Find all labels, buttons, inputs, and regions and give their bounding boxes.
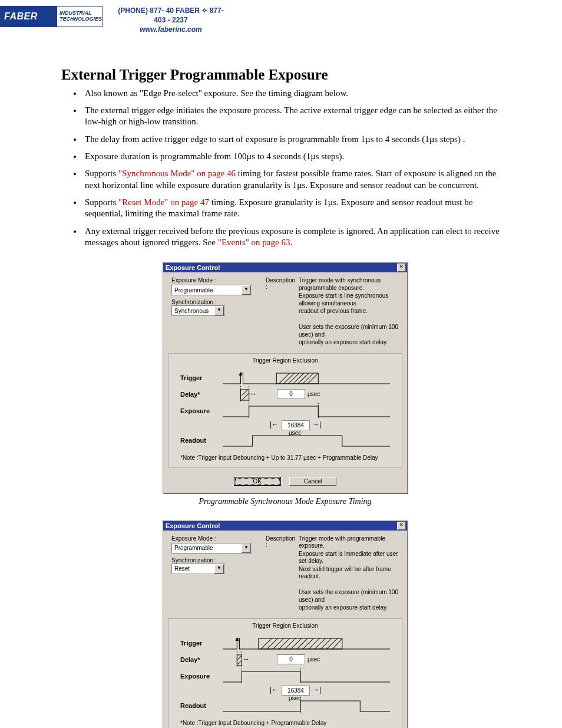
svg-line-21: [279, 638, 289, 649]
bullet-item: Any external trigger received before the…: [82, 226, 509, 249]
logo-subtitle: INDUSTRIAL TECHNOLOGIES: [57, 6, 102, 27]
svg-line-25: [303, 638, 313, 649]
close-icon[interactable]: ×: [397, 263, 406, 272]
page-title: External Trigger Programmable Exposure: [61, 67, 509, 83]
company-logo: FABER INDUSTRIAL TECHNOLOGIES: [0, 6, 103, 27]
svg-line-8: [308, 373, 318, 384]
exposure-mode-select[interactable]: Programmable▼: [171, 543, 252, 554]
description-label: Description :: [266, 277, 295, 347]
svg-line-2: [279, 373, 289, 384]
description-text: Trigger mode with synchronous programmab…: [299, 277, 401, 347]
svg-line-22: [285, 638, 295, 649]
panel-title: Trigger Region Exclusion: [180, 622, 390, 629]
exposure-mode-select[interactable]: Programmable▼: [171, 285, 252, 295]
svg-line-3: [283, 373, 294, 384]
phone-line: (PHONE) 877- 40 FABER ✧ 877- 403 - 2237: [112, 6, 230, 25]
svg-marker-16: [235, 637, 239, 641]
cross-reference-link[interactable]: "Synchronous Mode" on page 46: [118, 169, 236, 178]
svg-line-24: [297, 638, 308, 649]
trigger-label: Trigger: [180, 374, 223, 381]
cross-reference-link[interactable]: "Events" on page 63: [218, 238, 290, 247]
svg-line-29: [326, 638, 337, 649]
svg-line-32: [237, 661, 241, 664]
dialog-titlebar: Exposure Control ×: [163, 263, 407, 272]
chevron-down-icon: ▼: [242, 285, 251, 295]
bullet-list: Also known as "Edge Pre-select" exposure…: [61, 88, 509, 249]
diagram-note: *Note :Trigger Input Debouncing + Up to …: [180, 454, 390, 461]
bullet-item: Supports "Synchronous Mode" on page 46 t…: [82, 168, 509, 191]
dialog-title: Exposure Control: [166, 264, 220, 271]
bullet-item: Also known as "Edge Pre-select" exposure…: [82, 88, 509, 99]
synchronization-label: Synchronization :: [171, 557, 217, 564]
svg-rect-9: [240, 390, 249, 400]
chevron-down-icon: ▼: [214, 306, 224, 315]
page-header: FABER INDUSTRIAL TECHNOLOGIES (PHONE) 87…: [0, 0, 562, 38]
diagram-note: *Note :Trigger Input Debouncing + Progra…: [180, 720, 390, 726]
bullet-item: Supports "Reset Mode" on page 47 timing.…: [82, 197, 509, 220]
description-text: Trigger mode with programmable exposure.…: [299, 535, 401, 612]
cancel-button[interactable]: Cancel: [289, 477, 336, 486]
bullet-item: The external trigger edge initiates the …: [82, 105, 509, 128]
svg-line-28: [320, 638, 331, 649]
website-link[interactable]: www.faberinc.com: [140, 25, 202, 34]
svg-line-7: [303, 373, 313, 384]
svg-line-6: [298, 373, 309, 384]
chevron-down-icon: ▼: [242, 543, 251, 553]
close-icon[interactable]: ×: [397, 522, 406, 530]
svg-line-4: [289, 373, 299, 384]
header-contact: (PHONE) 877- 40 FABER ✧ 877- 403 - 2237 …: [112, 6, 230, 35]
description-label: Description :: [266, 535, 295, 612]
exposure-control-dialog-sync: Exposure Control × Exposure Mode : Progr…: [163, 262, 408, 493]
ok-button[interactable]: OK: [234, 477, 281, 486]
readout-label: Readout: [180, 702, 223, 709]
synchronization-select[interactable]: Synchronous▼: [171, 305, 225, 316]
svg-line-20: [273, 638, 283, 649]
svg-line-11: [242, 390, 247, 396]
delay-input[interactable]: 0: [277, 389, 305, 399]
trigger-label: Trigger: [180, 640, 223, 647]
svg-line-5: [293, 373, 304, 384]
exposure-label: Exposure: [180, 673, 223, 680]
svg-line-23: [291, 638, 302, 649]
svg-line-19: [267, 638, 277, 649]
exposure-control-dialog-reset: Exposure Control × Exposure Mode : Progr…: [163, 521, 408, 728]
svg-marker-0: [239, 372, 242, 375]
svg-line-30: [333, 638, 342, 649]
exposure-label: Exposure: [180, 407, 223, 414]
exposure-input[interactable]: 16384: [282, 686, 310, 696]
timing-diagram-panel: Trigger Region Exclusion Trigger: [168, 618, 402, 728]
readout-label: Readout: [180, 437, 223, 444]
figure-caption-1: Programmable Synchronous Mode Exposure T…: [61, 497, 509, 506]
dialog-title: Exposure Control: [166, 522, 220, 529]
synchronization-select[interactable]: Reset▼: [171, 564, 225, 574]
svg-line-27: [315, 638, 325, 649]
delay-input[interactable]: 0: [277, 654, 305, 664]
exposure-mode-label: Exposure Mode :: [171, 277, 260, 284]
logo-brand: FABER: [1, 6, 57, 27]
svg-line-33: [237, 656, 241, 660]
svg-line-26: [309, 638, 319, 649]
timing-diagram-panel: Trigger Region Exclusion Trigger: [168, 353, 402, 467]
chevron-down-icon: ▼: [214, 564, 224, 574]
delay-label: Delay*: [180, 656, 223, 663]
exposure-mode-label: Exposure Mode :: [171, 535, 260, 542]
synchronization-label: Synchronization :: [171, 299, 217, 305]
bullet-item: Exposure duration is programmable from 1…: [82, 151, 509, 162]
panel-title: Trigger Region Exclusion: [180, 357, 390, 364]
svg-line-18: [261, 638, 272, 649]
delay-label: Delay*: [180, 391, 223, 398]
exposure-input[interactable]: 16384: [282, 420, 310, 430]
cross-reference-link[interactable]: "Reset Mode" on page 47: [118, 197, 209, 207]
dialog-titlebar: Exposure Control ×: [163, 521, 407, 531]
bullet-item: The delay from active trigger edge to st…: [82, 134, 509, 145]
